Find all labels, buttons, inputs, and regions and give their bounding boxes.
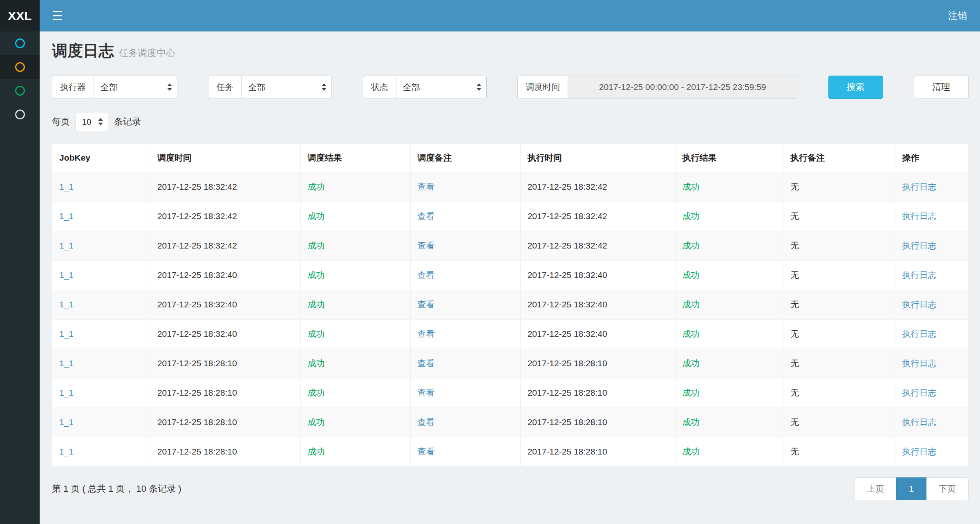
handle-time-cell: 2017-12-25 18:32:42 xyxy=(520,172,675,202)
table-row: 1_12017-12-25 18:28:10成功查看2017-12-25 18:… xyxy=(52,408,969,437)
table-cell: 1_1 xyxy=(52,408,150,437)
handle-time-cell: 2017-12-25 18:28:10 xyxy=(520,408,675,437)
jobkey-link[interactable]: 1_1 xyxy=(59,300,74,309)
hamburger-icon: ☰ xyxy=(52,9,63,23)
jobkey-link[interactable]: 1_1 xyxy=(59,388,74,397)
table-cell: 1_1 xyxy=(52,319,150,349)
log-table: JobKey调度时间调度结果调度备注执行时间执行结果执行备注操作 1_12017… xyxy=(52,143,969,467)
circle-icon xyxy=(15,38,25,48)
circle-icon xyxy=(15,86,25,96)
jobkey-link[interactable]: 1_1 xyxy=(59,182,74,191)
trigger-msg-link[interactable]: 查看 xyxy=(418,358,435,368)
trigger-time-range-input[interactable] xyxy=(568,76,797,99)
status-select[interactable]: 全部 xyxy=(396,76,487,99)
table-cell: 查看 xyxy=(410,202,520,231)
trigger-result-cell: 成功 xyxy=(300,319,410,349)
handle-time-cell: 2017-12-25 18:28:10 xyxy=(520,378,675,408)
trigger-msg-link[interactable]: 查看 xyxy=(418,417,435,427)
table-row: 1_12017-12-25 18:32:42成功查看2017-12-25 18:… xyxy=(52,172,969,202)
handle-msg-cell: 无 xyxy=(783,378,895,408)
column-header-0[interactable]: JobKey xyxy=(52,143,150,172)
trigger-time-cell: 2017-12-25 18:32:40 xyxy=(150,260,300,290)
table-cell: 1_1 xyxy=(52,437,150,466)
trigger-msg-link[interactable]: 查看 xyxy=(418,300,435,309)
column-header-3[interactable]: 调度备注 xyxy=(410,143,520,172)
trigger-msg-link[interactable]: 查看 xyxy=(418,270,435,280)
handle-msg-cell: 无 xyxy=(783,408,895,437)
column-header-2[interactable]: 调度结果 xyxy=(300,143,410,172)
trigger-msg-link[interactable]: 查看 xyxy=(418,211,435,221)
column-header-5[interactable]: 执行结果 xyxy=(675,143,783,172)
log-table-body: 1_12017-12-25 18:32:42成功查看2017-12-25 18:… xyxy=(52,172,969,466)
top-navbar: XXL ☰ 注销 xyxy=(0,0,980,31)
handle-time-cell: 2017-12-25 18:28:10 xyxy=(520,349,675,378)
status-filter-label: 状态 xyxy=(363,76,396,99)
trigger-msg-link[interactable]: 查看 xyxy=(418,388,435,397)
column-header-4[interactable]: 执行时间 xyxy=(520,143,675,172)
execution-log-link[interactable]: 执行日志 xyxy=(902,447,937,456)
page-subtitle: 任务调度中心 xyxy=(119,47,175,58)
sidebar-item-4[interactable] xyxy=(0,103,40,126)
prev-page-button[interactable]: 上页 xyxy=(854,477,897,500)
trigger-result-cell: 成功 xyxy=(300,260,410,290)
sidebar-toggle-button[interactable]: ☰ xyxy=(40,0,75,31)
search-button[interactable]: 搜索 xyxy=(828,76,883,99)
column-header-1[interactable]: 调度时间 xyxy=(150,143,300,172)
handle-msg-cell: 无 xyxy=(783,231,895,260)
navbar-main: ☰ 注销 xyxy=(40,0,980,31)
sidebar-item-1[interactable] xyxy=(0,31,40,55)
handle-result-cell: 成功 xyxy=(675,260,783,290)
execution-log-link[interactable]: 执行日志 xyxy=(902,300,937,309)
column-header-7[interactable]: 操作 xyxy=(895,143,968,172)
table-cell: 执行日志 xyxy=(895,319,968,349)
handle-time-cell: 2017-12-25 18:28:10 xyxy=(520,437,675,466)
trigger-msg-link[interactable]: 查看 xyxy=(418,182,435,191)
table-cell: 执行日志 xyxy=(895,437,968,466)
execution-log-link[interactable]: 执行日志 xyxy=(902,358,937,368)
handle-time-cell: 2017-12-25 18:32:40 xyxy=(520,290,675,319)
sidebar-item-2[interactable] xyxy=(0,55,40,79)
trigger-msg-link[interactable]: 查看 xyxy=(418,329,435,338)
execution-log-link[interactable]: 执行日志 xyxy=(902,211,937,221)
page-size-select[interactable]: 10 xyxy=(76,112,108,132)
table-cell: 1_1 xyxy=(52,349,150,378)
jobkey-link[interactable]: 1_1 xyxy=(59,211,74,221)
table-cell: 1_1 xyxy=(52,172,150,202)
jobkey-link[interactable]: 1_1 xyxy=(59,417,74,427)
app-logo[interactable]: XXL xyxy=(0,0,40,31)
trigger-result-cell: 成功 xyxy=(300,202,410,231)
execution-log-link[interactable]: 执行日志 xyxy=(902,270,937,280)
trigger-msg-link[interactable]: 查看 xyxy=(418,447,435,456)
page-1-button[interactable]: 1 xyxy=(896,477,926,500)
jobkey-link[interactable]: 1_1 xyxy=(59,447,74,456)
execution-log-link[interactable]: 执行日志 xyxy=(902,329,937,338)
page-title: 调度日志任务调度中心 xyxy=(52,42,969,60)
jobkey-link[interactable]: 1_1 xyxy=(59,358,74,368)
execution-log-link[interactable]: 执行日志 xyxy=(902,417,937,427)
execution-log-link[interactable]: 执行日志 xyxy=(902,241,937,250)
clear-button[interactable]: 清理 xyxy=(914,76,969,99)
job-select[interactable]: 全部 xyxy=(241,76,332,99)
jobkey-link[interactable]: 1_1 xyxy=(59,241,74,250)
logout-link[interactable]: 注销 xyxy=(935,0,980,31)
trigger-time-cell: 2017-12-25 18:28:10 xyxy=(150,408,300,437)
execution-log-link[interactable]: 执行日志 xyxy=(902,388,937,397)
table-cell: 查看 xyxy=(410,408,520,437)
jobkey-link[interactable]: 1_1 xyxy=(59,329,74,338)
handle-result-cell: 成功 xyxy=(675,172,783,202)
table-cell: 执行日志 xyxy=(895,290,968,319)
column-header-6[interactable]: 执行备注 xyxy=(783,143,895,172)
circle-icon xyxy=(15,110,25,119)
trigger-msg-link[interactable]: 查看 xyxy=(418,241,435,250)
table-cell: 执行日志 xyxy=(895,378,968,408)
next-page-button[interactable]: 下页 xyxy=(926,477,969,500)
handle-result-cell: 成功 xyxy=(675,290,783,319)
jobkey-link[interactable]: 1_1 xyxy=(59,270,74,280)
executor-select[interactable]: 全部 xyxy=(94,76,177,99)
execution-log-link[interactable]: 执行日志 xyxy=(902,182,937,191)
sidebar-item-3[interactable] xyxy=(0,79,40,103)
handle-result-cell: 成功 xyxy=(675,202,783,231)
pagination: 上页 1 下页 xyxy=(854,477,969,500)
table-cell: 执行日志 xyxy=(895,408,968,437)
table-row: 1_12017-12-25 18:32:42成功查看2017-12-25 18:… xyxy=(52,202,969,231)
